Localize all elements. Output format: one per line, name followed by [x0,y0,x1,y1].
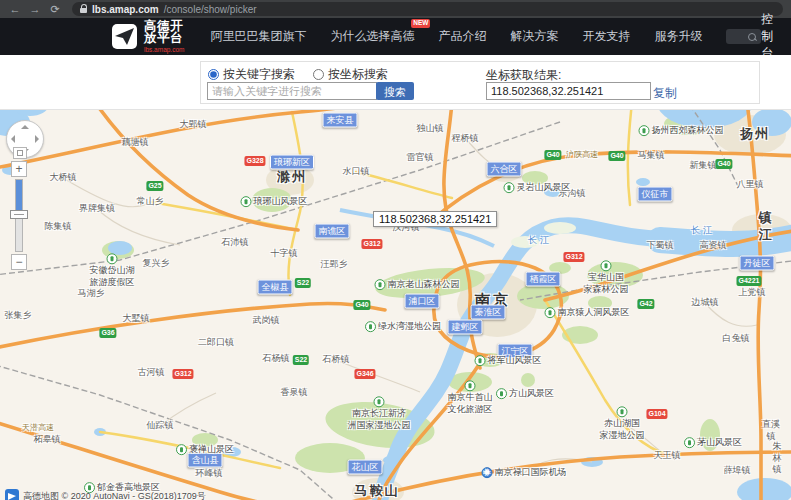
url-host: lbs.amap.com [92,4,159,15]
map-copyright: 高德地图 © 2020 AutoNavi - GS(2018)1709号 [5,489,206,500]
copy-link[interactable]: 复制 [653,85,677,102]
nav-item-solutions[interactable]: 解决方案 [510,28,558,45]
browser-bar: ← → ⟳ lbs.amap.com /console/show/picker [0,0,791,18]
radio-keyword-label: 按关键字搜索 [223,66,295,83]
search-icon [748,33,756,41]
nav-item-service-upgrade[interactable]: 服务升级 [654,28,702,45]
paper-plane-icon [112,24,137,49]
new-badge: NEW [411,19,430,28]
amap-mini-logo-icon [5,489,19,500]
map-canvas[interactable] [0,110,791,500]
back-icon[interactable]: ← [8,0,22,18]
zoom-rect-button[interactable] [13,147,27,159]
search-mode-radios: 按关键字搜索 按坐标搜索 [208,66,388,83]
zoom-in-button[interactable]: + [11,161,27,177]
screen: ← → ⟳ lbs.amap.com /console/show/picker … [0,0,791,500]
reload-icon[interactable]: ⟳ [48,0,62,18]
radio-keyword-search[interactable]: 按关键字搜索 [208,66,295,83]
lock-icon [80,8,87,13]
search-button[interactable]: 搜索 [376,82,414,100]
nav-item-dev-support[interactable]: 开发支持 [582,28,630,45]
forward-icon[interactable]: → [28,0,42,18]
radio-coordinate-search[interactable]: 按坐标搜索 [313,66,388,83]
pan-up-icon[interactable] [21,125,29,129]
map[interactable]: 滁州扬州镇江南京马鞍山来安县琅琊新区六合区仪征市南谯区全椒县丹徒区浦口区秦淮区栖… [0,110,791,500]
coordinate-tooltip: 118.502368,32.251421 [373,211,497,227]
radio-coordinate-label: 按坐标搜索 [328,66,388,83]
picker-toolbar: 按关键字搜索 按坐标搜索 搜索 坐标获取结果: 复制 [0,55,791,110]
logo-subtitle: lbs.amap.com [144,47,184,54]
pan-right-icon[interactable] [35,135,39,143]
zoom-slider-handle[interactable] [10,210,28,219]
pan-left-icon[interactable] [11,135,15,143]
url-path: /console/show/picker [164,4,257,15]
nav-search-input[interactable] [726,29,761,44]
coordinate-result-input[interactable] [486,82,651,100]
zoom-out-button[interactable]: − [11,254,27,270]
search-panel: 按关键字搜索 按坐标搜索 搜索 坐标获取结果: 复制 [200,61,760,104]
site-nav: 高德开放平台 lbs.amap.com 阿里巴巴集团旗下 为什么选择高德NEW … [0,18,791,55]
logo-title: 高德开放平台 [144,20,184,45]
address-bar[interactable]: lbs.amap.com /console/show/picker [72,2,783,16]
radio-coordinate-input[interactable] [313,69,324,80]
nav-item-label: 为什么选择高德 [330,29,414,43]
nav-item-alibaba[interactable]: 阿里巴巴集团旗下 [210,28,306,45]
nav-item-products[interactable]: 产品介绍 [438,28,486,45]
radio-keyword-input[interactable] [208,69,219,80]
nav-item-why-amap[interactable]: 为什么选择高德NEW [330,28,414,45]
copyright-text: 高德地图 © 2020 AutoNavi - GS(2018)1709号 [23,490,206,500]
amap-logo[interactable]: 高德开放平台 lbs.amap.com [112,20,184,54]
keyword-input[interactable] [207,82,377,100]
